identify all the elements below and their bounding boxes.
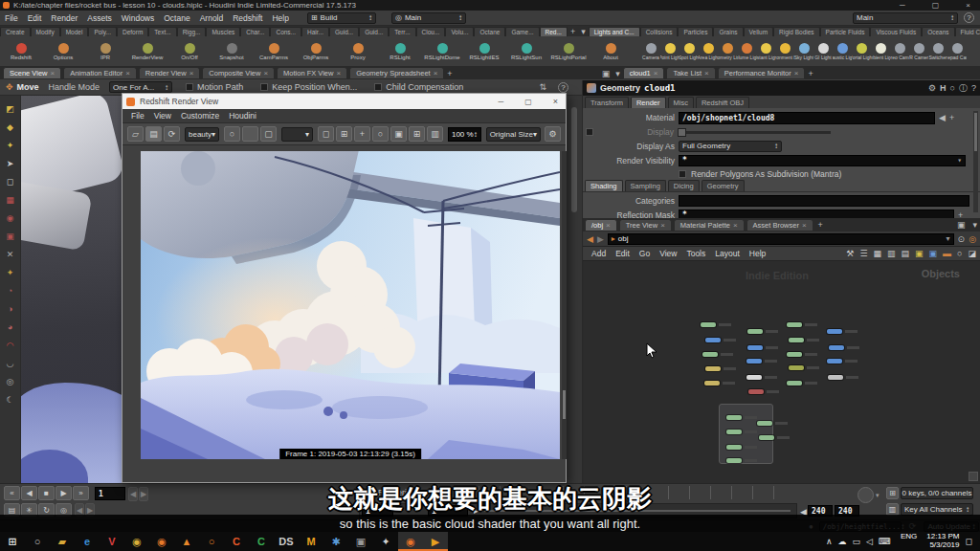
menu-item[interactable]: Edit [23,11,47,25]
param-scrollbar[interactable] [973,111,978,212]
network-tool-icon[interactable]: ▥ [887,249,896,258]
tool-icon[interactable]: ✕ [0,245,20,263]
menu-item[interactable]: Go [635,247,655,260]
pane-menu-icon[interactable]: ▣ [599,69,613,78]
network-tool-icon[interactable]: ☰ [859,249,867,258]
pane-tab[interactable]: Geometry Spreadsheet × [349,67,444,79]
menu-item[interactable]: Add [587,247,611,260]
taskbar-app-icon[interactable]: V [100,532,124,551]
pane-tab[interactable]: Asset Browser × [746,219,813,231]
network-tool-icon[interactable]: ○ [957,249,962,258]
shelf-tool[interactable]: GI Light [813,43,833,60]
pane-menu-icon[interactable]: ▣ [954,220,969,230]
shelf-tab[interactable]: Guid... [359,27,389,36]
network-node[interactable] [746,359,762,364]
taskbar-app-icon[interactable]: C [249,532,274,551]
tray-icon[interactable]: ◁ [864,537,875,546]
resize-grip[interactable] [969,472,978,481]
chevron-down-icon[interactable]: ▾ [578,27,589,36]
tool-icon[interactable]: ◑ [0,299,20,318]
shelf-tab[interactable]: Poly... [88,27,117,36]
network-node[interactable] [787,381,802,386]
close-icon[interactable]: × [794,69,799,77]
shelf-tab[interactable]: Create [0,27,31,36]
view-selector[interactable]: ◎Main ↕ [391,12,466,24]
shelf-tool[interactable]: Distant Light [756,43,775,60]
pane-tab[interactable]: Tree View × [619,219,672,231]
grid-icon[interactable]: ⊞ [336,126,352,142]
handle-combo[interactable]: One For A...↕ [109,81,172,93]
shelf-tool[interactable]: RSLightSun [505,43,547,60]
menu-item[interactable]: Arnold [195,11,229,25]
network-node[interactable] [726,430,742,434]
taskbar-app-icon[interactable]: ◉ [124,532,149,551]
menu-item[interactable]: Customize [176,109,224,122]
tray-icon[interactable]: ▭ [850,537,862,546]
close-icon[interactable]: × [189,69,194,77]
gear-icon[interactable]: ⚙ [928,83,936,93]
menu-item[interactable]: Tools [681,247,710,260]
aov-selector[interactable]: ▾ [281,127,313,142]
taskbar-app-icon[interactable]: ▣ [348,532,373,551]
network-tool-icon[interactable]: ▣ [929,249,938,258]
shelf-tool[interactable]: About [590,43,632,60]
shelf-tab[interactable]: Char... [240,27,270,36]
param-subtab[interactable]: Shading [585,180,623,191]
shelf-tool[interactable]: Point Light [660,43,679,60]
tool-icon[interactable]: ◎ [0,372,20,390]
crop-icon[interactable]: ▢ [260,126,277,142]
shelf-tool[interactable]: Snapshot [211,43,253,60]
close-icon[interactable]: × [704,69,709,77]
taskbar-app-icon[interactable]: ✦ [373,532,398,551]
shelf-tool[interactable]: Camera [641,43,660,60]
network-node[interactable] [702,352,718,357]
menu-item[interactable]: Octane [159,11,194,25]
network-node[interactable] [747,345,763,350]
taskbar-app-icon[interactable]: ▰ [50,532,75,551]
taskbar-app-icon[interactable]: ○ [199,532,224,551]
param-tab[interactable]: Redshift OBJ [696,97,749,108]
material-action-icon[interactable]: ◀ [939,113,946,122]
maximize-icon[interactable]: ▢ [524,98,532,106]
pane-tab[interactable]: Take List × [666,67,715,79]
shelf-tool[interactable]: Caustic Light [833,43,852,60]
shelf-tab[interactable]: Model [60,27,89,36]
blank-icon[interactable] [242,126,258,142]
tool-icon[interactable]: ◩ [0,99,20,118]
network-tool-icon[interactable]: ▣ [915,249,924,258]
menu-item[interactable]: Redshift [228,11,267,25]
shelf-tab[interactable]: Deform [117,27,148,36]
tool-icon[interactable]: ◕ [0,318,20,336]
minimize-icon[interactable]: ─ [499,98,504,106]
taskbar-app-icon[interactable]: C [224,532,249,551]
tool-icon[interactable]: ◡ [0,354,20,372]
open-snapshot-icon[interactable]: ▱ [127,126,144,142]
search-icon[interactable]: ○ [950,83,955,93]
file-icon[interactable]: ▤ [145,126,162,142]
shelf-tab[interactable]: Red... [540,27,568,36]
opbar-checkbox[interactable]: Motion Path [186,82,243,92]
settings-gear-icon[interactable]: ⚙ [545,126,561,142]
close-icon[interactable]: × [263,69,268,77]
shelf-tool[interactable]: Stereo Camera [890,43,909,60]
shelf-tab[interactable]: Cons... [270,27,301,36]
network-node[interactable] [704,381,720,386]
network-node[interactable] [757,421,772,426]
shelf-tool[interactable]: RSLightPortal [547,43,590,60]
tray-icon[interactable]: ⌨ [877,537,893,546]
network-node[interactable] [789,365,804,370]
taskbar-app-icon[interactable]: DS [274,532,299,551]
shelf-tool[interactable]: ObjParms [295,43,337,60]
opbar-checkbox[interactable]: Keep Position When... [260,82,357,92]
menu-item[interactable]: File [0,11,23,25]
menu-item[interactable]: Windows [117,11,159,25]
add-shelf-icon[interactable]: + [568,27,578,36]
close-icon[interactable]: × [336,69,341,77]
add-pane-tab-icon[interactable]: + [815,220,826,230]
shelf-tab[interactable]: Terr... [389,27,415,36]
shelf-tool[interactable]: IPR [84,43,126,60]
close-icon[interactable]: × [606,221,611,230]
taskbar-app-icon[interactable]: ◉ [149,532,174,551]
pane-tab[interactable]: Render View × [139,67,200,79]
tool-icon[interactable]: ◆ [0,118,20,136]
